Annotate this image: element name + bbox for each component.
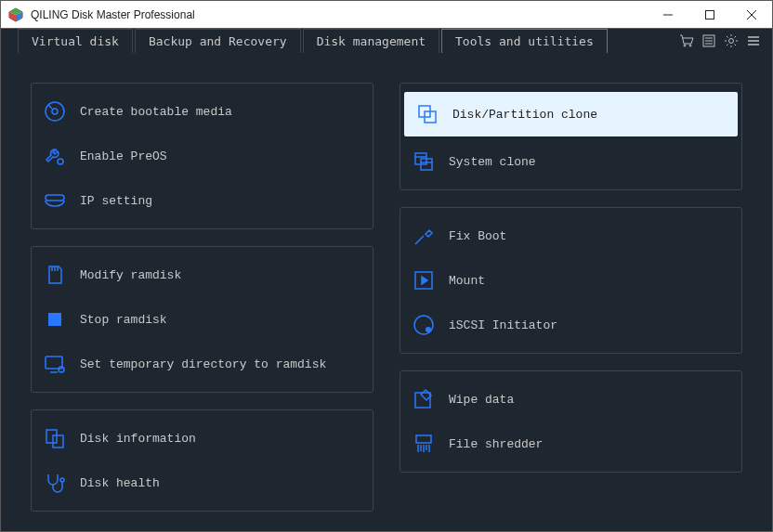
tab-backup-recovery[interactable]: Backup and Recovery xyxy=(135,29,301,53)
panel-boot: Create bootable media Enable PreOS IP se… xyxy=(31,83,373,229)
svg-rect-25 xyxy=(48,313,61,326)
item-label: Stop ramdisk xyxy=(80,313,361,327)
item-iscsi-initiator[interactable]: iSCSI Initiator xyxy=(400,303,741,347)
svg-rect-43 xyxy=(416,435,431,443)
list-icon[interactable] xyxy=(698,29,720,53)
item-label: Create bootable media xyxy=(80,105,361,119)
item-modify-ramdisk[interactable]: Modify ramdisk xyxy=(32,253,373,297)
item-file-shredder[interactable]: File shredder xyxy=(400,422,741,466)
item-label: Disk information xyxy=(80,432,361,446)
item-stop-ramdisk[interactable]: Stop ramdisk xyxy=(32,297,373,342)
titlebar: QILING Disk Master Professional xyxy=(1,1,772,29)
tabbar: Virtual disk Backup and Recovery Disk ma… xyxy=(1,29,772,53)
svg-rect-21 xyxy=(46,195,64,201)
svg-rect-30 xyxy=(53,435,63,448)
item-label: System clone xyxy=(449,155,730,169)
left-column: Create bootable media Enable PreOS IP se… xyxy=(31,83,373,512)
svg-point-9 xyxy=(689,45,691,46)
panel-diskinfo: Disk information Disk health xyxy=(31,409,373,512)
item-mount[interactable]: Mount xyxy=(400,258,741,303)
panel-clone: Disk/Partition clone System clone xyxy=(400,83,742,190)
maximize-button[interactable] xyxy=(688,1,730,29)
settings-icon[interactable] xyxy=(720,29,742,53)
menu-icon[interactable] xyxy=(742,29,765,53)
item-temp-directory[interactable]: Set temporary directory to ramdisk xyxy=(32,342,373,386)
panel-fixmount: Fix Boot Mount iSCSI Initiator xyxy=(400,207,742,354)
shredder-icon xyxy=(412,432,436,456)
svg-point-31 xyxy=(60,478,64,482)
item-label: iSCSI Initiator xyxy=(449,318,730,332)
item-label: Wipe data xyxy=(449,393,730,407)
content-area: Create bootable media Enable PreOS IP se… xyxy=(1,53,772,530)
item-label: Fix Boot xyxy=(449,229,730,243)
devices-icon xyxy=(43,426,67,450)
item-label: Set temporary directory to ramdisk xyxy=(80,357,361,371)
cart-icon[interactable] xyxy=(675,29,698,53)
item-label: Modify ramdisk xyxy=(80,268,361,282)
item-label: IP setting xyxy=(80,194,361,208)
item-wipe-data[interactable]: Wipe data xyxy=(400,377,741,422)
monitor-gear-icon xyxy=(43,352,67,376)
window-clone-icon xyxy=(412,149,436,174)
svg-point-14 xyxy=(729,39,734,44)
clone-icon xyxy=(415,102,439,126)
tab-tools-utilities[interactable]: Tools and utilities xyxy=(441,29,608,53)
svg-point-20 xyxy=(58,159,63,164)
disk-icon xyxy=(412,313,436,337)
svg-point-41 xyxy=(426,327,431,332)
disc-icon xyxy=(43,99,67,123)
tab-disk-management[interactable]: Disk management xyxy=(303,29,439,53)
stethoscope-icon xyxy=(43,471,67,495)
svg-point-28 xyxy=(59,367,64,372)
minimize-button[interactable] xyxy=(647,1,688,29)
item-enable-preos[interactable]: Enable PreOS xyxy=(32,134,373,178)
item-disk-health[interactable]: Disk health xyxy=(32,461,373,505)
item-label: Disk/Partition clone xyxy=(452,108,727,122)
item-system-clone[interactable]: System clone xyxy=(400,139,741,184)
item-label: File shredder xyxy=(449,437,730,451)
app-title: QILING Disk Master Professional xyxy=(31,8,647,21)
wrench-gear-icon xyxy=(43,144,67,168)
right-column: Disk/Partition clone System clone Fix Bo… xyxy=(400,83,742,512)
item-fix-boot[interactable]: Fix Boot xyxy=(400,214,741,258)
monitor-icon xyxy=(43,188,67,213)
stop-icon xyxy=(43,307,67,331)
svg-marker-39 xyxy=(422,277,427,284)
item-ip-setting[interactable]: IP setting xyxy=(32,178,373,223)
svg-rect-42 xyxy=(415,393,430,408)
app-logo-icon xyxy=(8,7,23,22)
item-label: Mount xyxy=(449,274,730,288)
screwdriver-icon xyxy=(412,224,436,248)
svg-rect-29 xyxy=(46,430,57,443)
panel-ramdisk: Modify ramdisk Stop ramdisk Set temporar… xyxy=(31,246,373,393)
item-disk-partition-clone[interactable]: Disk/Partition clone xyxy=(404,92,738,136)
close-button[interactable] xyxy=(730,1,772,29)
erase-icon xyxy=(412,387,436,411)
tab-virtual-disk[interactable]: Virtual disk xyxy=(18,29,133,53)
panel-wipe: Wipe data File shredder xyxy=(400,370,742,473)
sdcard-icon xyxy=(43,263,67,287)
item-create-bootable[interactable]: Create bootable media xyxy=(32,89,373,134)
item-label: Disk health xyxy=(80,476,361,490)
play-box-icon xyxy=(412,268,436,292)
item-label: Enable PreOS xyxy=(80,149,361,163)
svg-point-8 xyxy=(684,45,686,46)
svg-point-19 xyxy=(52,109,58,114)
item-disk-information[interactable]: Disk information xyxy=(32,416,373,461)
svg-rect-5 xyxy=(705,10,714,19)
